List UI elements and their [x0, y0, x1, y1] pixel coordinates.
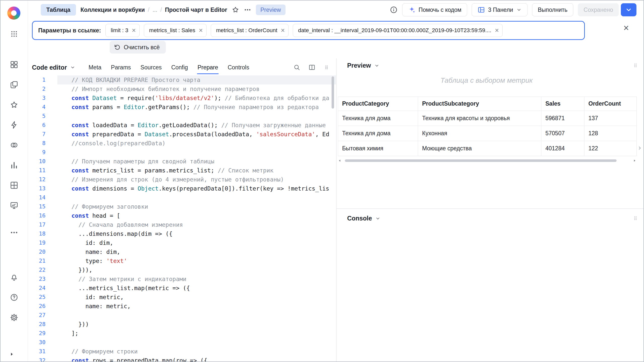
code-text[interactable]: // Сначала добавляем измерения	[57, 220, 336, 229]
chip-remove-icon[interactable]: ×	[132, 27, 136, 34]
editor-mode-select[interactable]: Code editor	[32, 64, 75, 71]
chip-remove-icon[interactable]: ×	[281, 27, 285, 34]
code-text[interactable]: ...metrics_list.map(metric => ({	[57, 284, 336, 293]
code-text[interactable]: const rows = preparedData.map(row => ({	[57, 356, 336, 362]
panels-button[interactable]: 3 Панели	[472, 3, 528, 16]
code-line: 1// КОД ВКЛАДКИ PREPARE Простого чарта	[32, 75, 336, 84]
breadcrumb-item[interactable]: ...	[152, 7, 157, 13]
scrollbar-thumb[interactable]	[345, 159, 617, 162]
apps-grid-icon[interactable]	[0, 30, 28, 38]
code-line: 16const head = [	[32, 211, 336, 220]
code-text[interactable]: // Получаем параметры для сводной таблиц…	[57, 157, 336, 166]
scroll-left-icon[interactable]	[338, 159, 342, 163]
scroll-right-icon[interactable]	[632, 159, 636, 163]
info-icon[interactable]	[390, 6, 398, 14]
code-line: 4const params = Editor.getParams(); // П…	[32, 103, 336, 112]
code-text[interactable]: //console.log(preparedData)	[57, 139, 336, 148]
editor-tab-config[interactable]: Config	[171, 64, 188, 71]
drag-handle-icon[interactable]	[324, 64, 330, 70]
preview-drag-handle-icon[interactable]	[632, 62, 638, 68]
datasets-icon[interactable]	[10, 141, 18, 149]
more-icon[interactable]	[244, 6, 251, 14]
line-number: 2	[32, 84, 46, 94]
code-text[interactable]: // Формируем заголовки	[57, 202, 336, 211]
code-text[interactable]: id: metric,	[57, 293, 336, 302]
line-number: 29	[32, 329, 46, 338]
code-text[interactable]: const Dataset = require('libs/dataset/v2…	[57, 94, 336, 103]
editor-tab-meta[interactable]: Meta	[89, 64, 101, 71]
code-scrollbar[interactable]	[332, 76, 334, 109]
code-text[interactable]: ...dimensions.map(dim => ({	[57, 229, 336, 238]
clear-all-button[interactable]: Очистить всё	[110, 41, 166, 54]
code-text[interactable]: }))	[57, 320, 336, 329]
workbooks-icon[interactable]	[10, 80, 18, 89]
code-text[interactable]: const dimensions = Object.keys(preparedD…	[57, 184, 336, 193]
editor-icon[interactable]	[10, 201, 18, 210]
code-text[interactable]: })),	[57, 265, 336, 275]
preview-header[interactable]: Preview	[347, 62, 380, 69]
code-text[interactable]: const preparedData = Dataset.processData…	[57, 130, 336, 139]
code-text[interactable]	[57, 338, 336, 347]
code-text[interactable]	[57, 311, 336, 320]
help-icon[interactable]	[10, 293, 18, 302]
breadcrumb-item[interactable]: Простой чарт в Editor	[165, 7, 227, 13]
charts-icon[interactable]	[10, 161, 18, 169]
notifications-icon[interactable]	[10, 273, 18, 282]
panel-divider-horizontal[interactable]	[337, 208, 644, 209]
star-icon[interactable]	[232, 6, 239, 14]
scrollbar-track[interactable]	[344, 159, 630, 162]
code-text[interactable]	[57, 112, 336, 121]
code-text[interactable]: id: dim,	[57, 238, 336, 247]
run-button[interactable]: Выполнить	[532, 3, 573, 16]
console-drag-handle-icon[interactable]	[632, 215, 638, 221]
code-text[interactable]: name: dim,	[57, 247, 336, 256]
code-text[interactable]: name: metric,	[57, 302, 336, 311]
code-text[interactable]: const loadedData = Editor.getLoadedData(…	[57, 121, 336, 130]
save-split-button: Сохранено	[578, 3, 636, 16]
save-menu-button[interactable]	[621, 3, 636, 16]
code-text[interactable]	[57, 193, 336, 202]
code-text[interactable]: const head = [	[57, 211, 336, 220]
tables-icon[interactable]	[10, 181, 18, 190]
code-text[interactable]: // Импорт необходимых библиотек и получе…	[57, 84, 336, 94]
dashboards-icon[interactable]	[10, 60, 18, 69]
code-text[interactable]: // Измерения для строк (до 4 измерений, …	[57, 175, 336, 184]
param-chip[interactable]: limit : 3×	[105, 24, 139, 37]
chip-remove-icon[interactable]: ×	[199, 27, 203, 34]
code-text[interactable]: const metrics_list = params.metrics_list…	[57, 166, 336, 175]
editor-tab-controls[interactable]: Controls	[228, 64, 249, 71]
code-text[interactable]: // Затем метрики с индикаторами	[57, 275, 336, 284]
editor-tab-prepare[interactable]: Prepare	[197, 64, 218, 71]
editor-tab-sources[interactable]: Sources	[140, 64, 162, 71]
settings-icon[interactable]	[10, 313, 18, 322]
table-scroll-right-icon[interactable]	[637, 145, 642, 151]
code-text[interactable]: const params = Editor.getParams(); // По…	[57, 103, 336, 112]
param-chip[interactable]: metrics_list : OrderCount×	[211, 24, 289, 37]
sidebar-nav	[0, 60, 28, 237]
help-with-code-button[interactable]: Помочь с кодом	[402, 3, 467, 16]
panel-divider-vertical[interactable]	[336, 58, 337, 362]
code-text[interactable]: type: 'text'	[57, 256, 336, 265]
breadcrumb-item[interactable]: Коллекции и воркбуки	[80, 7, 145, 13]
code-text[interactable]: // Формируем строки	[57, 347, 336, 356]
preview-badge[interactable]: Preview	[256, 5, 286, 15]
chip-remove-icon[interactable]: ×	[495, 27, 499, 34]
code-text[interactable]: ];	[57, 329, 336, 338]
quick-actions-icon[interactable]	[10, 121, 18, 129]
param-chip[interactable]: metrics_list : Sales×	[144, 24, 207, 37]
app-logo-icon[interactable]	[7, 7, 20, 20]
collapse-sidebar-icon[interactable]	[9, 351, 15, 357]
code-editor[interactable]: 1// КОД ВКЛАДКИ PREPARE Простого чарта2/…	[32, 75, 336, 362]
tab-table[interactable]: Таблица	[41, 4, 76, 16]
split-view-icon[interactable]	[308, 64, 315, 71]
code-text[interactable]	[57, 148, 336, 157]
sidebar-more-icon[interactable]	[10, 228, 18, 237]
code-line: 11const metrics_list = params.metrics_li…	[32, 166, 336, 175]
code-text[interactable]: // КОД ВКЛАДКИ PREPARE Простого чарта	[57, 75, 336, 84]
param-chip[interactable]: date_interval : __interval_2019-09-01T00…	[293, 24, 503, 37]
params-bar-close-icon[interactable]: ×	[623, 23, 629, 33]
console-header[interactable]: Console	[347, 215, 381, 222]
search-icon[interactable]	[293, 64, 300, 71]
favorites-icon[interactable]	[10, 101, 18, 109]
editor-tab-params[interactable]: Params	[111, 64, 131, 71]
